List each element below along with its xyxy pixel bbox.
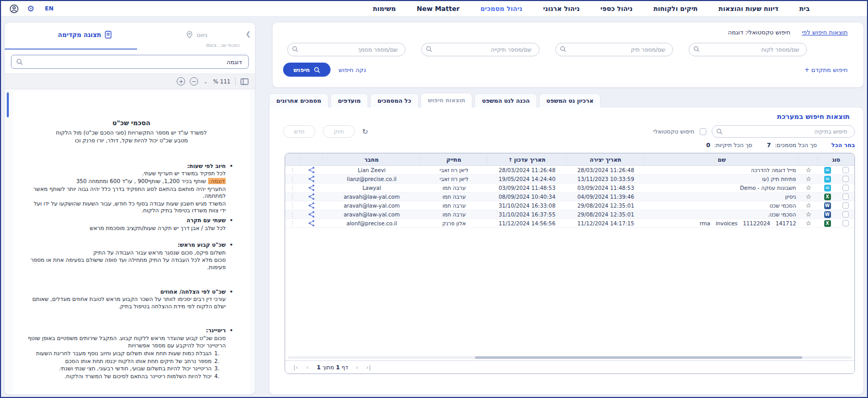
nav-item[interactable]: תיקים ולקוחות: [653, 5, 698, 13]
nav-item[interactable]: דיווח שעות והוצאות: [718, 5, 778, 13]
refresh-icon[interactable]: ↻: [362, 127, 369, 136]
nav-item[interactable]: ניהול ארגוני: [543, 5, 580, 13]
header-author[interactable]: מחבר: [323, 156, 421, 163]
row-checkbox[interactable]: [842, 185, 849, 191]
row-menu-icon[interactable]: [285, 167, 300, 174]
results-panel: תוצאות חיפוש במערכת חיפוש טקסטואלי ↻ תיו…: [269, 107, 864, 395]
table-row[interactable]: _rma__invoices__11122024__141712 11/12/2…: [285, 219, 854, 228]
select-all-link[interactable]: בחר הכל: [832, 142, 855, 149]
zoom-out-icon[interactable]: −: [190, 77, 198, 86]
language-toggle[interactable]: EN: [45, 5, 54, 12]
row-menu-icon[interactable]: [285, 202, 300, 209]
row-menu-icon[interactable]: [285, 176, 300, 183]
tab-preview[interactable]: תצוגה מקדימה: [58, 31, 112, 39]
row-menu-icon[interactable]: [285, 185, 300, 191]
search-field-input[interactable]: [555, 43, 674, 56]
favorite-star-icon[interactable]: [799, 175, 818, 183]
previous-page-icon[interactable]: ‹: [306, 365, 309, 370]
header-updated[interactable]: תאריך עדכון↑: [487, 156, 567, 163]
search-field-input[interactable]: [689, 43, 807, 56]
table-row[interactable]: חשבונות עסקה - Demo 03/09/2024 11:48:53 …: [285, 184, 854, 192]
search-field-input[interactable]: [287, 43, 406, 56]
favorite-star-icon[interactable]: [799, 193, 818, 200]
share-icon[interactable]: [300, 211, 323, 218]
share-icon[interactable]: [300, 166, 323, 174]
document-line: סכום שכ"ט קבוע שהוגדר מראש ללקוח קבוע. ה…: [27, 335, 236, 342]
results-tab[interactable]: מועדפים: [331, 93, 368, 107]
nav-item[interactable]: בית: [799, 5, 810, 13]
zoom-dropdown-icon[interactable]: ⌄: [203, 79, 207, 85]
row-checkbox[interactable]: [842, 176, 849, 182]
folder-search-input[interactable]: [712, 125, 855, 138]
new-button[interactable]: חדש: [283, 125, 315, 138]
results-tab[interactable]: כל המסמכים: [370, 93, 419, 107]
nav-item[interactable]: ניהול כספי: [601, 5, 633, 13]
search-field-input[interactable]: [421, 43, 540, 56]
nav-item[interactable]: ניהול מסמכים: [481, 5, 522, 13]
search-icon: [716, 128, 723, 135]
share-icon[interactable]: [300, 175, 323, 183]
horizontal-scrollbar-thumb[interactable]: [475, 356, 802, 359]
file-button[interactable]: תיוק: [323, 125, 355, 138]
zoom-in-icon[interactable]: +: [177, 77, 185, 86]
first-page-icon[interactable]: |‹: [294, 365, 298, 370]
row-checkbox[interactable]: [842, 167, 849, 173]
textual-search-checkbox[interactable]: [700, 128, 706, 135]
search-button[interactable]: חיפוש: [283, 63, 331, 77]
document-name[interactable]: _rma__invoices__11122024__141712: [645, 220, 799, 226]
filer-name: ליאן רוז זאבי: [421, 176, 487, 182]
results-by-link[interactable]: תוצאות חיפוש לפי: [802, 29, 848, 36]
page-layout-icon[interactable]: [240, 78, 249, 85]
document-name[interactable]: פתיחת תיק (עו: [645, 176, 799, 182]
table-row[interactable]: מייל דוגמה להדרכה 28/03/2024 11:26:48 28…: [285, 166, 854, 175]
favorite-star-icon[interactable]: [799, 211, 818, 218]
document-name[interactable]: חשבונות עסקה - Demo: [645, 185, 799, 191]
results-tab[interactable]: תוצאות חיפוש: [421, 93, 473, 108]
row-checkbox[interactable]: [842, 220, 849, 226]
results-tab[interactable]: ארכיון נט המשפט: [539, 93, 601, 107]
table-row[interactable]: ניסיון 04/09/2024 11:39:46 08/09/2024 10…: [285, 192, 854, 201]
results-tab[interactable]: מסמכים אחרונים: [269, 93, 328, 107]
next-page-icon[interactable]: ›: [356, 365, 359, 370]
last-page-icon[interactable]: ›|: [366, 365, 371, 370]
table-row[interactable]: הסכמי שכט. 29/08/2024 12:35:01 31/10/202…: [285, 210, 854, 219]
document-line: תשלום פיקס, סכום שנסגר מראש עבור העבודה …: [27, 249, 236, 257]
favorite-star-icon[interactable]: [799, 166, 818, 174]
document-name[interactable]: מייל דוגמה להדרכה: [645, 167, 799, 173]
header-name[interactable]: שם: [645, 156, 799, 163]
vertical-scrollbar[interactable]: [7, 92, 9, 117]
share-icon[interactable]: [300, 202, 323, 209]
favorite-star-icon[interactable]: [799, 202, 818, 209]
row-checkbox[interactable]: [842, 194, 849, 200]
table-row[interactable]: פתיחת תיק (עו 13/11/2023 10:33:59 19/05/…: [285, 175, 854, 184]
row-menu-icon[interactable]: [285, 194, 300, 200]
document-name[interactable]: הסכמי שכט: [645, 202, 799, 209]
tab-navigation[interactable]: ניווט: [186, 31, 207, 39]
share-icon[interactable]: [300, 220, 323, 227]
filer-name: ערבה חמו: [421, 194, 487, 200]
table-row[interactable]: הסכמי שכט 29/08/2024 12:35:01 31/10/2024…: [285, 201, 854, 210]
advanced-search-link[interactable]: חיפוש מתקדם +: [804, 66, 848, 74]
collapse-panel-icon[interactable]: ❮: [246, 30, 251, 38]
row-checkbox[interactable]: [842, 211, 849, 218]
clear-search-link[interactable]: נקה חיפוש: [339, 66, 366, 74]
share-icon[interactable]: [300, 193, 323, 200]
row-menu-icon[interactable]: [285, 220, 300, 227]
nav-item[interactable]: New Matter: [417, 5, 459, 13]
results-tab[interactable]: הכנה לנט המשפט: [474, 93, 537, 107]
header-created[interactable]: תאריך יצירה: [567, 156, 645, 163]
document-name[interactable]: ניסיון: [645, 194, 799, 200]
main-nav: בית דיווח שעות והוצאות תיקים ולקוחות ניה…: [373, 5, 810, 13]
user-icon[interactable]: [8, 3, 20, 15]
share-icon[interactable]: [300, 184, 323, 191]
document-name[interactable]: הסכמי שכט.: [645, 211, 799, 218]
header-filer[interactable]: מתייק: [421, 156, 487, 163]
favorite-star-icon[interactable]: [799, 184, 818, 191]
favorite-star-icon[interactable]: [799, 220, 818, 227]
header-type[interactable]: סוג: [818, 156, 854, 163]
row-menu-icon[interactable]: [285, 211, 300, 218]
nav-item[interactable]: משימות: [373, 5, 396, 13]
document-search-input[interactable]: [11, 55, 249, 69]
row-checkbox[interactable]: [842, 202, 849, 209]
settings-gear-icon[interactable]: ⚙: [25, 3, 36, 15]
